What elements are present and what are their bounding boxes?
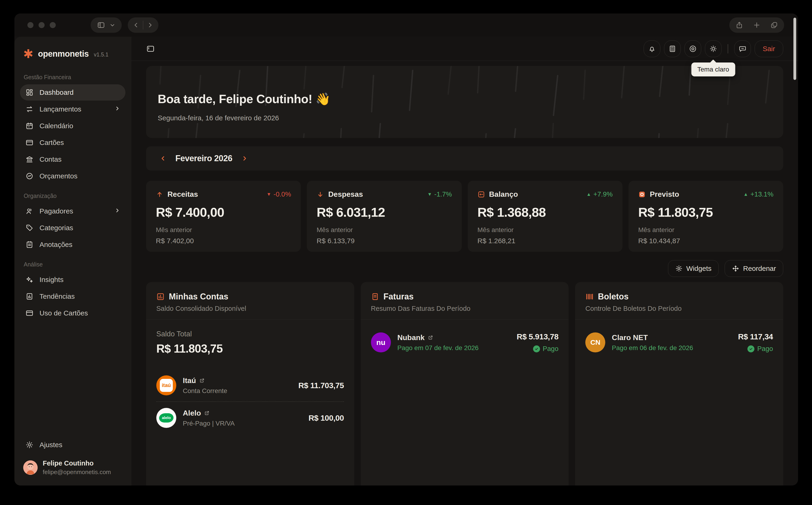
close-window-button[interactable]: [27, 22, 33, 28]
sidebar-item-lancamentos[interactable]: Lançamentos: [20, 101, 126, 117]
reorder-button[interactable]: Reordenar: [725, 260, 783, 277]
sidebar-item-label: Dashboard: [39, 89, 74, 97]
account-balance: R$ 100,00: [309, 413, 344, 422]
check-icon: [748, 345, 754, 352]
tab-overview-button[interactable]: [770, 21, 778, 29]
toolbar-sidebar-menu[interactable]: [90, 17, 122, 33]
theme-toggle-button[interactable]: Tema claro: [705, 40, 722, 57]
invoice-name: Nubank: [397, 333, 479, 342]
scrollbar-thumb[interactable]: [793, 18, 796, 80]
forward-button[interactable]: [147, 22, 154, 29]
window-controls[interactable]: [27, 22, 56, 28]
section-label: Organização: [20, 185, 126, 203]
greeting-banner: Boa tarde, Felipe Coutinho! 👋 Segunda-fe…: [146, 66, 783, 138]
next-month-button[interactable]: [241, 155, 248, 162]
share-button[interactable]: [735, 21, 743, 29]
browser-nav: [128, 17, 158, 33]
stat-delta: ▲+13.1%: [744, 190, 774, 198]
sidebar-item-pagadores[interactable]: Pagadores: [20, 203, 126, 219]
widgets-button-label: Widgets: [686, 265, 712, 273]
sparkles-icon: [26, 276, 33, 284]
stat-delta: ▼-0.0%: [267, 190, 291, 198]
sidebar-item-orcamentos[interactable]: Orçamentos: [20, 168, 126, 184]
total-balance-value: R$ 11.803,75: [156, 342, 344, 355]
privacy-eye-button[interactable]: [684, 40, 701, 57]
stat-prev-label: Mês anterior: [638, 226, 774, 234]
stat-delta: ▼-1.7%: [427, 190, 452, 198]
transactions-icon: [26, 105, 33, 113]
dashboard-content: Boa tarde, Felipe Coutinho! 👋 Segunda-fe…: [131, 61, 798, 486]
budget-icon: [26, 172, 33, 180]
sidebar-item-tendencias[interactable]: Tendências: [20, 288, 126, 305]
widget-minhas-contas: Minhas Contas Saldo Consolidado Disponív…: [146, 282, 354, 486]
sidebar-item-cartoes[interactable]: Cartões: [20, 135, 126, 151]
sidebar-item-label: Uso de Cartões: [39, 309, 88, 317]
widgets-row: Minhas Contas Saldo Consolidado Disponív…: [146, 282, 783, 486]
sidebar-item-uso-de-cartoes[interactable]: Uso de Cartões: [20, 305, 126, 321]
external-link-icon[interactable]: [204, 410, 210, 416]
sidebar-item-ajustes[interactable]: Ajustes: [20, 437, 126, 453]
app-version: v1.5.1: [94, 51, 109, 58]
credit-card-icon: [26, 309, 33, 317]
sidebar-item-categorias[interactable]: Categorias: [20, 220, 126, 236]
stat-card-balanco: Balanço ▲+7.9% R$ 1.368,88 Mês anterior …: [468, 181, 622, 252]
sidebar: ✱ openmonetis v1.5.1 Gestão Financeira D…: [14, 37, 131, 486]
sidebar-item-insights[interactable]: Insights: [20, 272, 126, 288]
logout-button[interactable]: Sair: [755, 40, 783, 57]
minimize-window-button[interactable]: [38, 22, 45, 28]
sidebar-item-label: Contas: [39, 155, 61, 163]
widget-title: Boletos: [598, 292, 628, 302]
stat-card-receitas: Receitas ▼-0.0% R$ 7.400,00 Mês anterior…: [146, 181, 301, 252]
user-name: Felipe Coutinho: [43, 460, 111, 467]
stat-title: Previsto: [650, 190, 679, 199]
account-row-itau[interactable]: itaú Itaú Conta Corrente R$ 11.703,75: [156, 369, 344, 401]
sidebar-item-dashboard[interactable]: Dashboard: [20, 84, 126, 101]
chevron-left-icon: [160, 155, 167, 162]
feedback-button[interactable]: [734, 40, 751, 57]
chevron-right-icon: [114, 207, 120, 215]
chat-icon: [739, 45, 747, 53]
stat-title: Receitas: [168, 190, 198, 199]
invoice-row-nubank[interactable]: nu Nubank Pago em 07 de fev. de 2026 R$ …: [371, 330, 559, 359]
external-link-icon[interactable]: [428, 335, 433, 340]
status-badge: Pago: [738, 345, 773, 353]
arrow-up-icon: [156, 191, 163, 198]
external-link-icon[interactable]: [199, 378, 205, 383]
calculator-icon: [668, 45, 676, 53]
calculator-button[interactable]: [664, 40, 681, 57]
barcode-icon: [585, 293, 594, 301]
widget-subtitle: Resumo Das Faturas Do Período: [371, 305, 559, 312]
user-profile[interactable]: Felipe Coutinho felipe@openmonetis.com: [20, 454, 126, 476]
account-row-alelo[interactable]: alelo Alelo Pré-Pago | VR/VA R$ 100,00: [156, 401, 344, 434]
move-icon: [732, 265, 739, 272]
tag-icon: [26, 224, 33, 232]
back-button[interactable]: [133, 22, 140, 29]
previous-month-button[interactable]: [160, 155, 167, 162]
month-selector: Fevereiro 2026: [146, 146, 783, 170]
sidebar-item-anotacoes[interactable]: Anotações: [20, 236, 126, 253]
invoice-amount: R$ 5.913,78: [517, 332, 559, 341]
stat-value: R$ 6.031,12: [317, 205, 452, 220]
stat-prev-value: R$ 6.133,79: [317, 237, 452, 245]
widget-boletos: Boletos Controle De Boletos Do Período C…: [575, 282, 783, 486]
bell-icon: [648, 45, 656, 53]
app-window: ✱ openmonetis v1.5.1 Gestão Financeira D…: [14, 13, 798, 486]
sidebar-item-calendario[interactable]: Calendário: [20, 118, 126, 134]
new-tab-button[interactable]: [753, 21, 761, 29]
account-name: Itaú: [183, 376, 227, 385]
sidebar-item-label: Lançamentos: [39, 105, 81, 113]
sidebar-toggle-button[interactable]: [146, 44, 155, 53]
notifications-button[interactable]: [644, 40, 660, 57]
diff-icon: [477, 191, 485, 198]
month-label: Fevereiro 2026: [175, 154, 232, 163]
invoice-paid-date: Pago em 07 de fev. de 2026: [397, 344, 479, 352]
note-icon: [26, 241, 33, 248]
itau-logo: itaú: [156, 375, 176, 395]
sidebar-item-label: Calendário: [39, 122, 73, 130]
sidebar-item-contas[interactable]: Contas: [20, 151, 126, 167]
zoom-window-button[interactable]: [50, 22, 56, 28]
chevron-right-icon: [241, 155, 248, 162]
nubank-logo: nu: [371, 332, 391, 352]
widgets-button[interactable]: Widgets: [668, 260, 719, 277]
bill-row-claro-net[interactable]: CN Claro NET Pago em 06 de fev. de 2026 …: [585, 330, 773, 359]
